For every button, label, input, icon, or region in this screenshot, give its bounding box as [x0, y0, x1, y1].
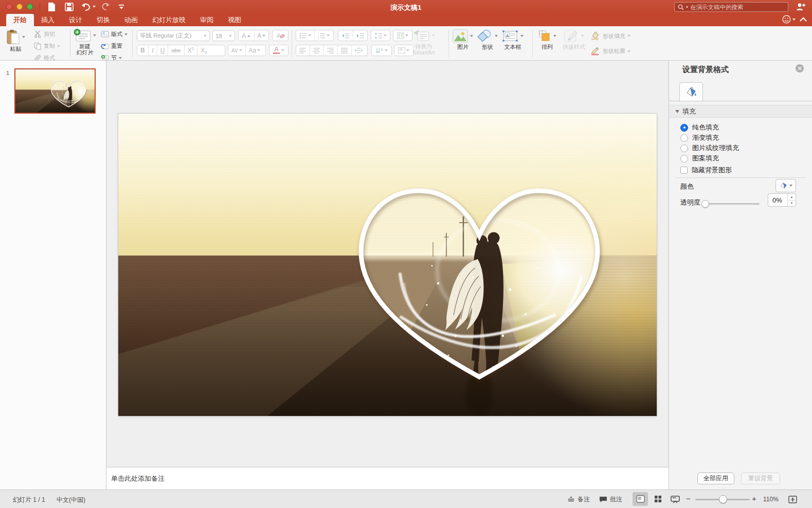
strikethrough-button[interactable]: abe — [168, 45, 184, 56]
decrease-indent-button[interactable] — [338, 30, 353, 41]
slide-canvas[interactable] — [118, 114, 657, 416]
color-picker-button[interactable] — [775, 179, 796, 192]
align-center-button[interactable] — [310, 45, 324, 56]
text-direction-button[interactable]: A — [371, 45, 392, 56]
comments-toggle[interactable]: 批注 — [599, 494, 622, 504]
font-size-select[interactable]: 18 — [212, 30, 235, 41]
underline-button[interactable]: U — [157, 45, 169, 56]
fit-slide-button[interactable] — [785, 493, 800, 506]
quick-styles-button[interactable]: 快速样式 — [563, 29, 585, 50]
radio-selected-icon[interactable] — [680, 124, 688, 132]
radio-icon[interactable] — [680, 155, 688, 162]
align-text-button[interactable] — [394, 45, 413, 56]
font-color-button[interactable]: A — [269, 45, 288, 56]
pattern-fill-option[interactable]: 图案填充 — [680, 154, 719, 163]
gradient-fill-option[interactable]: 渐变填充 — [680, 133, 719, 142]
reset-button[interactable]: 重置 — [101, 42, 122, 50]
layout-button[interactable]: 版式 — [101, 30, 128, 38]
statusbar: 幻灯片 1 / 1 中文(中国) 备注 批注 − + 110% — [0, 489, 812, 508]
fill-section-header[interactable]: 填充 — [669, 105, 812, 118]
checkbox-icon[interactable] — [680, 167, 688, 174]
font-name-select[interactable]: 等线 Regular (正文) — [137, 30, 210, 41]
transparency-spinner[interactable]: 0% ▲ ▼ — [768, 193, 796, 207]
hide-background-option[interactable]: 隐藏背景图形 — [680, 166, 732, 175]
slideshow-view-button[interactable] — [667, 492, 683, 506]
increase-font-button[interactable]: A ▲ — [239, 30, 255, 41]
reset-background-button[interactable]: 重设背景 — [741, 473, 780, 484]
slide-thumbnail[interactable] — [14, 68, 96, 114]
subscript-button[interactable]: X2 — [197, 45, 210, 56]
decrease-font-label: A — [258, 32, 261, 39]
transparency-slider-knob[interactable] — [701, 200, 709, 208]
language-indicator[interactable]: 中文(中国) — [57, 496, 85, 504]
zoom-level[interactable]: 110% — [763, 496, 779, 503]
collapse-triangle-icon — [675, 110, 679, 113]
shape-outline-button[interactable]: 形状轮廓 — [590, 47, 630, 56]
distribute-button[interactable] — [352, 45, 366, 56]
tab-review[interactable]: 审阅 — [193, 14, 221, 26]
share-button[interactable] — [796, 2, 806, 13]
textbox-button[interactable]: A 文本框 — [502, 29, 524, 50]
justify-button[interactable] — [338, 45, 352, 56]
search-scope-chevron-icon[interactable] — [686, 6, 689, 8]
notes-placeholder[interactable]: 单击此处添加备注 — [111, 474, 165, 483]
slide-thumbnail-panel[interactable]: 1 — [0, 61, 106, 489]
fill-tab[interactable] — [679, 82, 703, 101]
tab-insert[interactable]: 插入 — [34, 14, 62, 26]
spin-down-icon[interactable]: ▼ — [788, 201, 796, 207]
tab-view[interactable]: 视图 — [221, 14, 248, 26]
tab-home[interactable]: 开始 — [6, 14, 34, 26]
feedback-smiley-button[interactable] — [782, 15, 796, 24]
apply-to-all-button[interactable]: 全部应用 — [697, 473, 734, 484]
convert-to-smartart-button[interactable]: 转换为 SmartArt — [412, 29, 435, 56]
radio-icon[interactable] — [680, 134, 688, 142]
decrease-font-button[interactable]: A ▼ — [255, 30, 269, 41]
slide-sorter-view-button[interactable] — [650, 492, 665, 506]
arrange-button[interactable]: 排列 — [538, 29, 556, 50]
zoom-slider-knob[interactable] — [719, 495, 727, 503]
numbering-button[interactable]: 123 — [315, 30, 333, 41]
tab-transitions[interactable]: 切换 — [89, 14, 117, 26]
align-left-button[interactable] — [296, 45, 310, 56]
change-case-button[interactable]: Aa — [246, 45, 264, 56]
zoom-out-button[interactable]: − — [686, 494, 691, 503]
columns-button[interactable] — [393, 30, 412, 41]
notes-toggle[interactable]: 备注 — [567, 494, 590, 504]
shapes-button[interactable]: 形状 — [477, 29, 498, 50]
picture-texture-fill-option[interactable]: 图片或纹理填充 — [680, 143, 739, 153]
transparency-value[interactable]: 0% — [768, 194, 787, 206]
search-box[interactable] — [674, 2, 788, 12]
radio-icon[interactable] — [680, 144, 688, 152]
increase-indent-button[interactable] — [353, 30, 368, 41]
bullets-button[interactable] — [296, 30, 315, 41]
line-spacing-button[interactable] — [371, 30, 390, 41]
tab-slideshow[interactable]: 幻灯片放映 — [145, 14, 193, 26]
bold-button[interactable]: B — [137, 45, 149, 56]
spin-up-icon[interactable]: ▲ — [788, 194, 796, 201]
collapse-ribbon-button[interactable] — [800, 17, 807, 22]
italic-button[interactable]: I — [149, 45, 157, 56]
paste-button[interactable]: 粘贴 — [6, 29, 25, 52]
slide-editor-area[interactable]: 单击此处添加备注 — [106, 61, 669, 489]
close-icon[interactable]: ✕ — [796, 64, 804, 72]
transparency-slider[interactable] — [702, 203, 760, 205]
clear-formatting-button[interactable]: A — [272, 30, 288, 41]
character-spacing-button[interactable]: AV — [228, 45, 246, 56]
scissors-icon — [34, 30, 42, 38]
hide-background-label: 隐藏背景图形 — [692, 166, 732, 175]
copy-button[interactable]: 复制 — [34, 42, 60, 50]
superscript-button[interactable]: X2 — [185, 45, 197, 56]
normal-view-button[interactable] — [633, 492, 648, 506]
ribbon: 粘贴 剪切 复制 格式 — [0, 26, 812, 61]
new-slide-button[interactable]: 新建 幻灯片 — [74, 29, 96, 56]
shape-fill-button[interactable]: 形状填充 — [590, 31, 630, 41]
cut-button[interactable]: 剪切 — [34, 30, 55, 38]
search-input[interactable] — [690, 4, 785, 10]
tab-animations[interactable]: 动画 — [117, 14, 145, 26]
picture-button[interactable]: 图片 — [453, 29, 473, 50]
zoom-in-button[interactable]: + — [752, 494, 756, 503]
align-right-button[interactable] — [324, 45, 338, 56]
solid-fill-option[interactable]: 纯色填充 — [680, 123, 719, 132]
tab-design[interactable]: 设计 — [62, 14, 89, 26]
notes-pane[interactable]: 单击此处添加备注 — [106, 467, 669, 489]
